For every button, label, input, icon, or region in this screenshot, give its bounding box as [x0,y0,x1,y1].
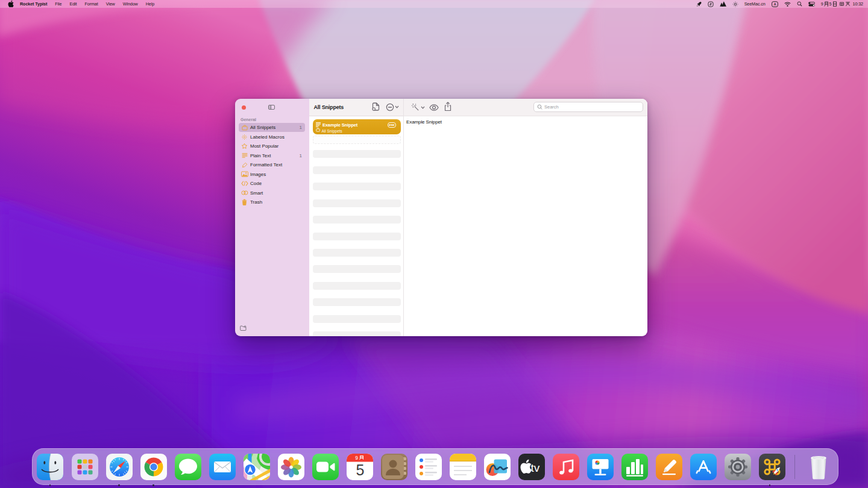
svg-text:A: A [773,2,776,6]
svg-text:9: 9 [355,455,358,461]
svg-text:tv: tv [531,461,540,474]
svg-text:5: 5 [356,461,364,478]
